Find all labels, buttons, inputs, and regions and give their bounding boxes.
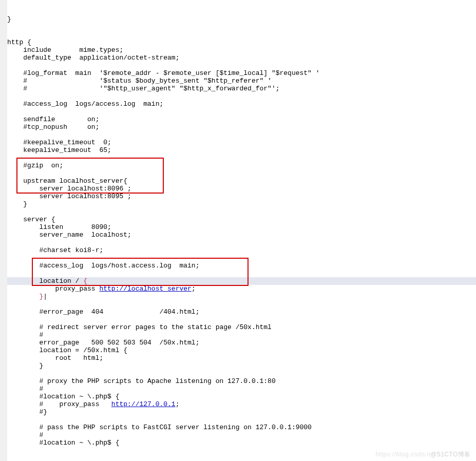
brace-open: {	[83, 277, 87, 285]
code-screenshot-container: } http { include mime.types; default_typ…	[0, 0, 476, 461]
editor-gutter	[0, 0, 7, 461]
code-area: } http { include mime.types; default_typ…	[7, 0, 476, 461]
text-cursor: |	[43, 293, 47, 300]
proxy-pass-link[interactable]: http://localhost_server	[99, 285, 191, 293]
code-text: } http { include mime.types; default_typ…	[7, 15, 476, 447]
php-proxy-link[interactable]: http://127.0.0.1	[111, 400, 176, 408]
